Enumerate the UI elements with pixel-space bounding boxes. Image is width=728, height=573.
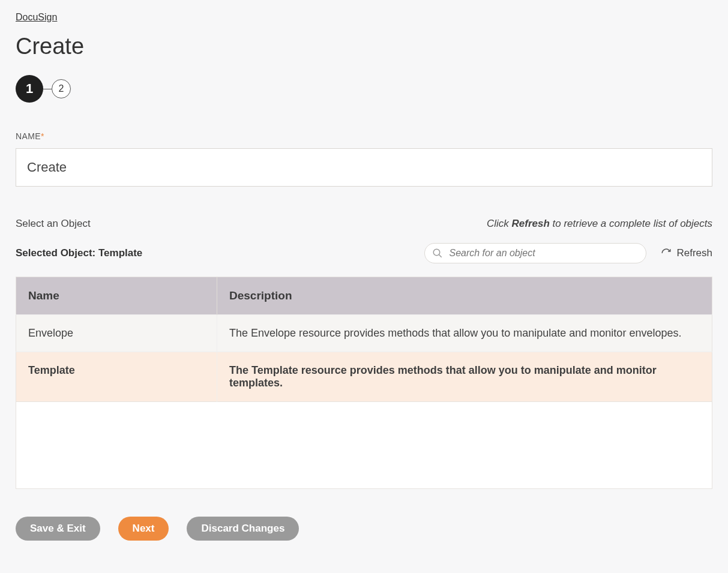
selected-object-prefix: Selected Object: (16, 247, 98, 259)
refresh-button[interactable]: Refresh (661, 247, 712, 259)
breadcrumb-link[interactable]: DocuSign (16, 12, 57, 22)
svg-point-0 (434, 249, 441, 256)
next-button[interactable]: Next (118, 517, 169, 541)
col-header-name[interactable]: Name (16, 277, 217, 315)
name-input[interactable] (16, 148, 712, 187)
hint-prefix: Click (487, 218, 512, 229)
discard-changes-button[interactable]: Discard Changes (187, 517, 299, 541)
selected-object-value: Template (98, 247, 142, 259)
table-empty-area (16, 402, 712, 489)
refresh-label: Refresh (676, 247, 712, 259)
cell-description: The Template resource provides methods t… (217, 352, 712, 402)
action-bar: Save & Exit Next Discard Changes (16, 517, 712, 541)
cell-name: Envelope (16, 315, 217, 352)
object-table: Name Description Envelope The Envelope r… (16, 277, 712, 402)
hint-suffix: to retrieve a complete list of objects (550, 218, 712, 229)
cell-description: The Envelope resource provides methods t… (217, 315, 712, 352)
refresh-icon (661, 248, 672, 259)
select-object-label: Select an Object (16, 218, 91, 230)
table-row[interactable]: Envelope The Envelope resource provides … (16, 315, 712, 352)
refresh-hint: Click Refresh to retrieve a complete lis… (487, 218, 712, 230)
page-title: Create (16, 34, 712, 59)
hint-bold: Refresh (512, 218, 550, 229)
required-marker: * (41, 131, 44, 141)
table-row[interactable]: Template The Template resource provides … (16, 352, 712, 402)
name-field-label: NAME* (16, 131, 712, 141)
search-icon (432, 248, 443, 259)
step-connector (43, 89, 52, 89)
svg-line-1 (439, 254, 442, 257)
save-exit-button[interactable]: Save & Exit (16, 517, 100, 541)
search-input[interactable] (448, 247, 636, 259)
name-label-text: NAME (16, 131, 41, 141)
step-1[interactable]: 1 (16, 75, 43, 103)
stepper: 1 2 (16, 75, 712, 103)
search-box[interactable] (424, 243, 646, 263)
cell-name: Template (16, 352, 217, 402)
col-header-description[interactable]: Description (217, 277, 712, 315)
selected-object-label: Selected Object: Template (16, 247, 142, 259)
step-2[interactable]: 2 (52, 79, 71, 98)
